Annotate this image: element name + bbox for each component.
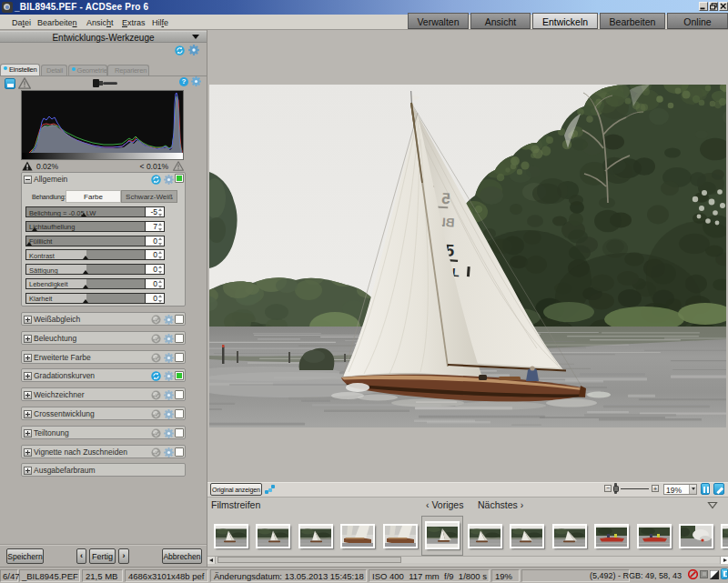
svg-text:5: 5 — [441, 190, 450, 207]
